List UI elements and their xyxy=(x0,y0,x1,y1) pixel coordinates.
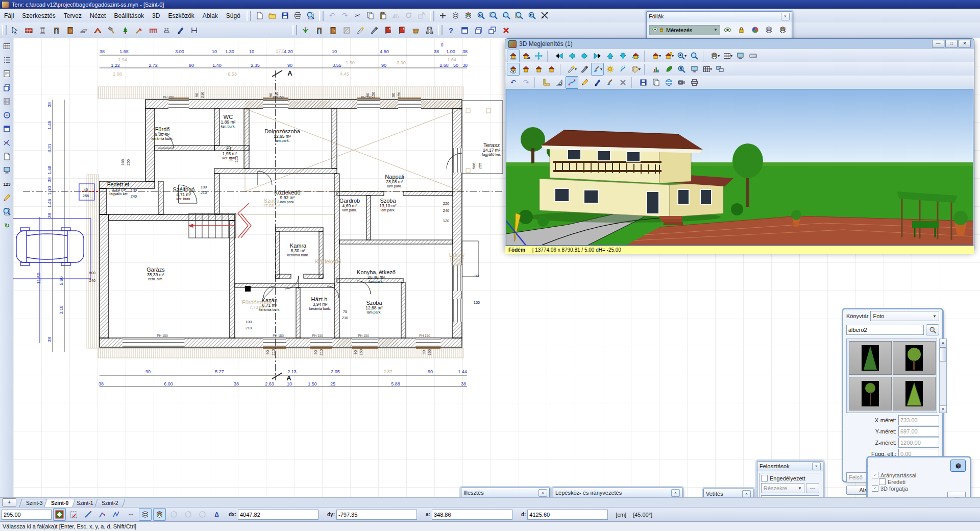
globe-button[interactable] xyxy=(663,76,675,89)
brush-3d-button[interactable] xyxy=(604,76,617,89)
zoom-in-3d-button[interactable]: ▾ xyxy=(675,50,688,62)
numeric-button[interactable]: 123 xyxy=(1,178,13,190)
menu-3d[interactable]: 3D xyxy=(148,11,164,21)
knife2-tool[interactable] xyxy=(368,24,381,37)
layers-panel-titlebar[interactable]: Fóliákx xyxy=(647,12,792,21)
column-tool[interactable] xyxy=(36,24,49,37)
move-view-button[interactable] xyxy=(532,50,545,62)
field-input-xmret[interactable] xyxy=(898,415,939,425)
window-min-button[interactable] xyxy=(458,24,471,37)
minimize-icon[interactable]: — xyxy=(932,40,944,48)
undo-3d-button[interactable]: ↶ xyxy=(507,76,520,89)
camera-view-button[interactable] xyxy=(520,50,532,62)
rotate-left-fast-button[interactable] xyxy=(553,50,566,62)
solid-house-button[interactable] xyxy=(532,63,545,76)
ruler-button[interactable] xyxy=(540,76,553,89)
menu-tervez[interactable]: Tervez xyxy=(60,11,86,21)
pointer-tool[interactable] xyxy=(9,24,21,37)
fence-tool[interactable] xyxy=(146,24,159,37)
dimension-tool[interactable]: 12 xyxy=(160,24,173,37)
maximize-icon[interactable]: □ xyxy=(945,40,958,48)
library-thumbnail-4[interactable] xyxy=(893,377,936,411)
delta-button[interactable]: Δ xyxy=(210,508,223,521)
d-input[interactable] xyxy=(527,510,608,520)
grid-table-button[interactable]: ▾ xyxy=(701,63,714,76)
field-input-zmret[interactable] xyxy=(898,438,939,448)
checkbox-eredeti[interactable] xyxy=(879,478,886,485)
fountain-button[interactable] xyxy=(617,63,629,76)
layer-b-button[interactable] xyxy=(153,508,166,521)
walk-mode-button[interactable] xyxy=(507,50,520,62)
hatch-tool[interactable] xyxy=(340,24,353,37)
menu-nézet[interactable]: Nézet xyxy=(86,11,110,21)
screen-3d-button[interactable] xyxy=(734,50,747,62)
monitor-button[interactable] xyxy=(1,164,13,177)
elevation-button[interactable] xyxy=(629,50,642,62)
divisions-panel-close-icon[interactable]: x xyxy=(812,463,821,470)
height-input[interactable] xyxy=(2,510,52,520)
print-preview-button[interactable] xyxy=(304,9,317,22)
paste-button[interactable] xyxy=(377,9,389,22)
clock-button[interactable] xyxy=(1,109,13,122)
marquee-button[interactable] xyxy=(67,508,80,521)
tab-szint-2[interactable]: Szint-2 xyxy=(94,499,125,507)
divisions-panel-titlebar[interactable]: Felosztásokx xyxy=(757,462,823,471)
dots-menu-button[interactable]: --- xyxy=(125,508,137,521)
menu-beállítások[interactable]: Beállítások xyxy=(110,11,148,21)
window-cascade-button[interactable] xyxy=(486,24,499,37)
cube-3d-button[interactable] xyxy=(950,460,966,472)
chart-button[interactable] xyxy=(650,63,663,76)
zoom-sheet-button[interactable] xyxy=(513,9,526,22)
sheet-button[interactable] xyxy=(1,150,13,163)
zoom-rect-button[interactable]: R xyxy=(475,9,487,22)
copy-button[interactable] xyxy=(364,9,377,22)
layer-a-button[interactable] xyxy=(139,508,152,521)
rotate-down-button[interactable] xyxy=(617,50,629,62)
step-guide-close-icon[interactable]: x xyxy=(671,489,680,497)
zigzag-button[interactable] xyxy=(110,508,123,521)
sun-house-button[interactable]: ▾ xyxy=(663,50,675,62)
library-thumbnail-3[interactable] xyxy=(849,377,892,411)
pan-button[interactable] xyxy=(538,9,551,22)
library-search-input[interactable] xyxy=(846,325,924,335)
copy-3d-button[interactable] xyxy=(650,76,663,89)
layer-visibility-button[interactable] xyxy=(721,23,734,36)
slab-tool[interactable] xyxy=(78,24,90,37)
window-restore-button[interactable] xyxy=(472,24,485,37)
close-doc-button[interactable] xyxy=(500,24,512,37)
window2-tool[interactable] xyxy=(313,24,326,37)
cut-house-button[interactable] xyxy=(545,63,558,76)
model-button[interactable]: ▾ xyxy=(650,50,663,62)
palette-grid-button[interactable] xyxy=(1,40,13,53)
flag-right-tool[interactable] xyxy=(396,24,408,37)
flag-left-tool[interactable] xyxy=(382,24,395,37)
divisions-mode-select[interactable]: Részekre▼ xyxy=(761,483,804,493)
paint-tool[interactable] xyxy=(133,24,145,37)
print-3d-button[interactable] xyxy=(688,76,701,89)
scrollbar-thumb[interactable] xyxy=(940,347,946,361)
hidden-line-button[interactable] xyxy=(507,63,520,76)
snap-panel-close-icon[interactable]: x xyxy=(538,489,547,497)
roof-tool[interactable] xyxy=(91,24,104,37)
page-zoom-button[interactable] xyxy=(1,205,13,218)
snap-toggle-button[interactable] xyxy=(53,508,66,521)
zoom-window-button[interactable] xyxy=(487,9,500,22)
a-input[interactable] xyxy=(432,510,512,520)
menu-szerkesztés[interactable]: Szerkesztés xyxy=(18,11,59,21)
demolish-tool[interactable] xyxy=(105,24,118,37)
rotate-right-fast-button[interactable] xyxy=(591,50,604,62)
save-button[interactable] xyxy=(279,9,291,22)
library-category-select[interactable]: Foto▼ xyxy=(870,311,939,321)
menu-eszközök[interactable]: Eszközök xyxy=(164,11,198,21)
door2-tool[interactable] xyxy=(327,24,339,37)
library-thumbnail-1[interactable] xyxy=(849,341,892,375)
menu-fájl[interactable]: Fájl xyxy=(0,11,18,21)
window-tool[interactable] xyxy=(50,24,63,37)
layers-color-button[interactable] xyxy=(462,9,475,22)
new-file-button[interactable] xyxy=(253,9,266,22)
scroll-up-icon[interactable]: ▲ xyxy=(940,339,946,346)
checkbox-ar-nytart-ssal[interactable]: ✓ xyxy=(872,472,878,478)
add-toolbar-button[interactable] xyxy=(436,9,449,22)
wire-house-button[interactable] xyxy=(520,63,532,76)
keys-3d-button[interactable] xyxy=(747,50,760,62)
